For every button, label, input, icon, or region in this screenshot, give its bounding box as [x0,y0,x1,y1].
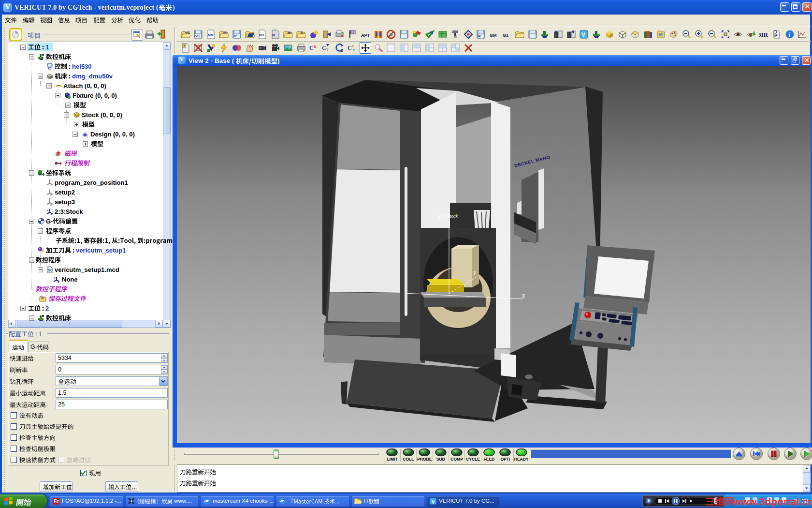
svg-text:x: x [50,203,52,206]
svg-text:C: C [301,31,303,34]
svg-text:V: V [581,31,585,38]
svg-text:V: V [431,498,435,505]
svg-text:3: 3 [341,48,343,53]
svg-text:x: x [50,184,52,186]
svg-text:M: M [272,33,275,37]
svg-text:VC: VC [195,34,200,38]
svg-text:IP: IP [234,34,237,38]
svg-text:NC: NC [48,269,53,272]
svg-text:M: M [478,34,480,38]
svg-text:VC: VC [185,31,190,34]
svg-text:M: M [288,31,290,34]
svg-text:PE: PE [351,31,355,34]
svg-text:2:3 :Stock: 2:3 :Stock [438,213,458,219]
svg-text:NO: NO [259,33,264,37]
svg-text:MM: MM [208,33,214,37]
svg-text:APT: APT [361,33,370,38]
svg-text:y: y [54,276,56,279]
svg-text:ЯR: ЯR [759,31,768,38]
svg-text:IP: IP [41,297,44,299]
svg-text:G1: G1 [503,33,508,38]
svg-text:x: x [50,194,52,196]
svg-text:C: C [309,45,314,51]
svg-text:y: y [47,209,49,211]
svg-text:Y: Y [352,48,355,52]
svg-text:IP: IP [223,31,227,34]
svg-text:Fz: Fz [54,499,59,504]
svg-text:Y: Y [326,47,329,52]
svg-text:x: x [314,44,316,49]
svg-text:X: X [521,293,525,299]
svg-text:IP: IP [774,34,778,37]
svg-text:GM: GM [490,33,497,38]
